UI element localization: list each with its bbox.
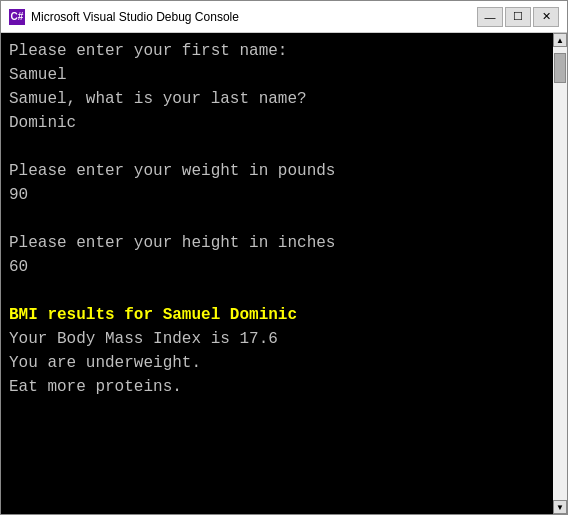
console-line: Your Body Mass Index is 17.6: [9, 330, 278, 348]
close-button[interactable]: ✕: [533, 7, 559, 27]
app-icon-label: C#: [11, 11, 24, 22]
console-line: Please enter your weight in pounds: [9, 162, 335, 180]
console-line: Eat more proteins.: [9, 378, 182, 396]
scrollbar-down-arrow[interactable]: ▼: [553, 500, 567, 514]
vs-debug-console-window: C# Microsoft Visual Studio Debug Console…: [0, 0, 568, 515]
console-body: Please enter your first name: Samuel Sam…: [1, 33, 567, 514]
console-line: Dominic: [9, 114, 76, 132]
console-output: Please enter your first name: Samuel Sam…: [9, 39, 559, 399]
console-line: Please enter your first name:: [9, 42, 287, 60]
scrollbar-thumb[interactable]: [554, 53, 566, 83]
title-bar: C# Microsoft Visual Studio Debug Console…: [1, 1, 567, 33]
maximize-button[interactable]: ☐: [505, 7, 531, 27]
scrollbar[interactable]: ▲ ▼: [553, 33, 567, 514]
app-icon: C#: [9, 9, 25, 25]
scrollbar-track[interactable]: [553, 47, 567, 500]
console-line: Please enter your height in inches: [9, 234, 335, 252]
scrollbar-up-arrow[interactable]: ▲: [553, 33, 567, 47]
console-line: 90: [9, 186, 28, 204]
minimize-button[interactable]: —: [477, 7, 503, 27]
console-line: Samuel, what is your last name?: [9, 90, 307, 108]
console-line: Samuel: [9, 66, 67, 84]
console-line: You are underweight.: [9, 354, 201, 372]
console-line: 60: [9, 258, 28, 276]
window-controls: — ☐ ✕: [477, 7, 559, 27]
console-line: BMI results for Samuel Dominic: [9, 306, 297, 324]
window-title: Microsoft Visual Studio Debug Console: [31, 10, 471, 24]
